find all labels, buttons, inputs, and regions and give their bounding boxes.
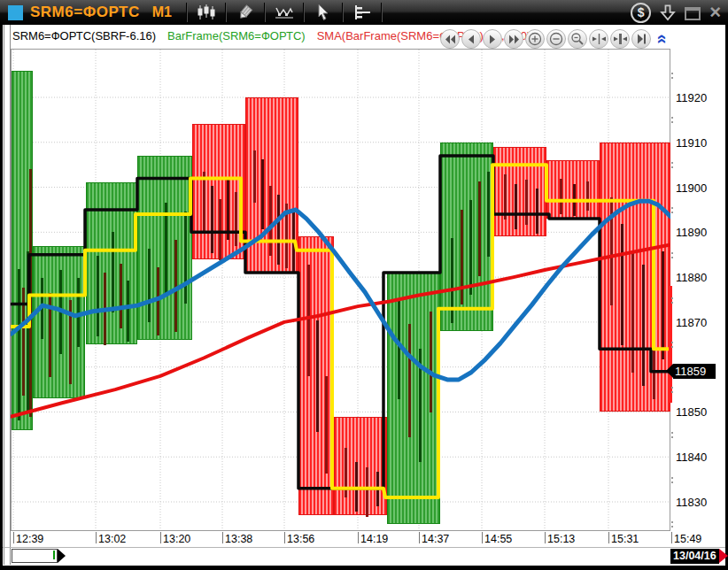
- scroll-fast-right-button[interactable]: [504, 29, 523, 49]
- candle-wick: [419, 349, 422, 462]
- candle-wick: [41, 278, 43, 339]
- candle-wick: [235, 192, 237, 246]
- horizontal-scrollbar-thumb[interactable]: [12, 549, 58, 563]
- candle-wick: [586, 181, 589, 211]
- price-axis-label: 11840: [676, 451, 707, 464]
- candle-wick: [469, 200, 472, 295]
- time-axis-label: 13:02: [98, 533, 126, 545]
- scroll-left-button[interactable]: [461, 29, 481, 49]
- window-title: SRM6=ФОРТС: [30, 4, 140, 21]
- pencil-icon[interactable]: [232, 2, 259, 23]
- legend-instrument: SRM6=ФОРТС(SBRF-6.16): [12, 29, 156, 45]
- frame-down: [192, 124, 245, 258]
- chart-plot-area[interactable]: [11, 49, 670, 531]
- close-icon[interactable]: ×: [709, 4, 721, 21]
- candle-wick: [355, 462, 358, 512]
- time-axis-label: 15:49: [674, 533, 701, 545]
- scroll-fast-left-button[interactable]: [440, 29, 460, 49]
- frame-up: [440, 142, 493, 331]
- frame-up: [387, 273, 440, 524]
- left-frame-rail: [4, 25, 11, 565]
- candle-wick: [461, 210, 463, 304]
- candle-wick: [261, 159, 264, 229]
- candle-wick: [345, 448, 347, 497]
- frame-up: [12, 71, 33, 430]
- price-minor-tick: [671, 521, 675, 528]
- separator: [342, 3, 344, 22]
- compress-price-button[interactable]: [610, 29, 630, 49]
- timeframe-label: M1: [152, 4, 172, 20]
- candle-wick: [536, 189, 538, 234]
- price-axis-label: 11880: [676, 271, 707, 284]
- candle-wick: [316, 320, 319, 432]
- candle-wick: [325, 376, 328, 474]
- time-axis-label: 14:55: [484, 533, 512, 545]
- candle-wick: [184, 212, 187, 304]
- candle-wick: [127, 281, 129, 342]
- candle-wick: [219, 199, 221, 260]
- scroll-position-mark: [53, 551, 55, 559]
- separator: [381, 3, 383, 22]
- time-axis-label: 14:19: [360, 533, 388, 545]
- time-axis-tick: [160, 532, 161, 543]
- frame-up: [33, 246, 85, 399]
- time-axis-tick: [419, 532, 420, 543]
- candle-wick: [525, 180, 528, 225]
- last-price-badge: 11859: [673, 364, 716, 379]
- frame-down: [334, 417, 387, 516]
- frame-up: [86, 182, 137, 344]
- candle-wick: [211, 186, 213, 253]
- go-to-end-button[interactable]: [631, 29, 651, 49]
- scroll-right-button[interactable]: [483, 29, 502, 49]
- price-minor-tick: [671, 117, 675, 123]
- restore-icon[interactable]: [685, 7, 701, 20]
- separator: [186, 3, 188, 22]
- cursor-icon[interactable]: [310, 2, 337, 23]
- zoom-in-button[interactable]: [525, 29, 545, 49]
- collapse-panel-icon[interactable]: «: [654, 31, 673, 47]
- time-axis-tick: [358, 532, 359, 543]
- price-minor-tick: [671, 297, 675, 304]
- frame-down: [546, 160, 600, 219]
- candle-wick: [642, 265, 645, 386]
- candle-wick: [157, 267, 159, 335]
- price-minor-tick: [671, 432, 675, 438]
- candle-wick: [292, 212, 295, 273]
- candle-wick: [77, 278, 80, 347]
- zoom-auto-button[interactable]: [568, 29, 587, 49]
- app-icon: [8, 5, 23, 20]
- candle-wick: [112, 232, 114, 312]
- time-axis-tick: [222, 532, 223, 543]
- separator: [225, 3, 227, 22]
- candle-wick: [165, 203, 167, 295]
- price-axis-label: 11890: [676, 226, 707, 239]
- compress-time-button[interactable]: [589, 29, 608, 49]
- price-minor-tick: [671, 162, 675, 168]
- candles-icon[interactable]: [193, 2, 220, 23]
- candle-wick: [430, 312, 432, 412]
- price-axis-label: 11830: [676, 496, 707, 509]
- candle-wick: [478, 181, 481, 276]
- time-axis-tick: [96, 532, 97, 543]
- price-axis-label: 11870: [676, 316, 707, 329]
- candle-wick: [621, 224, 623, 345]
- candle-wick: [408, 324, 411, 437]
- dollar-icon[interactable]: $: [631, 3, 651, 23]
- zoom-out-button[interactable]: [546, 29, 566, 49]
- price-minor-tick: [671, 73, 675, 79]
- candle-wick: [174, 240, 177, 332]
- time-axis-label: 15:13: [547, 533, 575, 545]
- price-axis-label: 11850: [676, 405, 707, 419]
- zigzag-icon[interactable]: [271, 2, 298, 23]
- candle-wick: [22, 288, 25, 396]
- candle-wick: [366, 467, 368, 517]
- scroll-arrow-icon[interactable]: [58, 549, 66, 563]
- levels-icon[interactable]: [349, 2, 376, 23]
- title-bar: SRM6=ФОРТС M1: [0, 0, 728, 25]
- candle-wick: [253, 150, 256, 203]
- chart-window: SRM6=ФОРТС M1: [0, 0, 728, 570]
- candle-wick: [398, 298, 400, 399]
- download-arrow-icon[interactable]: [660, 4, 676, 21]
- chart-toolbar: [440, 29, 651, 49]
- candle-wick: [487, 172, 490, 257]
